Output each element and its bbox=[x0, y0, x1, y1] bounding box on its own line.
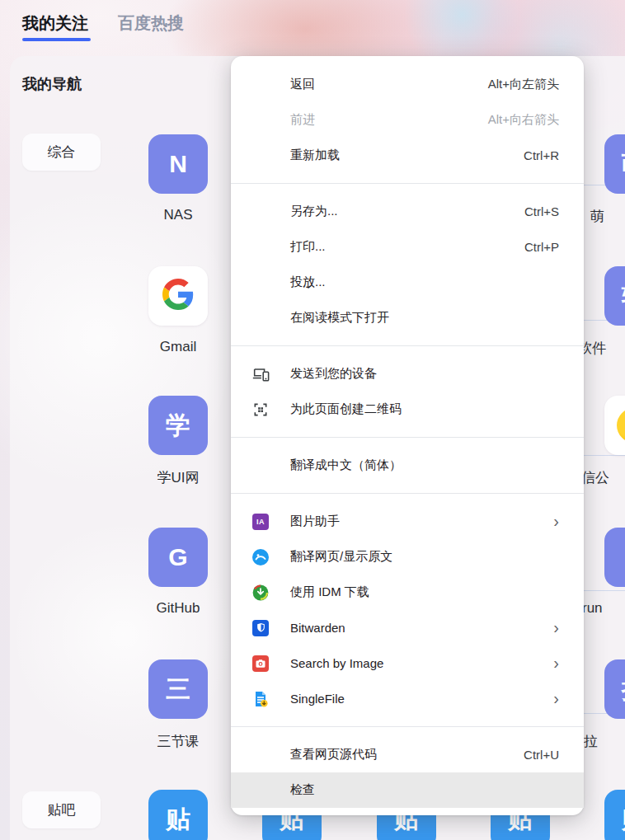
tab-baidu-hot-search[interactable]: 百度热搜 bbox=[118, 12, 184, 35]
menu-item-label: 为此页面创建二维码 bbox=[290, 401, 402, 417]
tile-gmail-label: Gmail bbox=[129, 339, 228, 355]
tile-glyph: G bbox=[168, 545, 187, 570]
tile-glyph: 三 bbox=[166, 677, 190, 702]
tile-run[interactable] bbox=[604, 528, 625, 587]
menu-item-back[interactable]: 返回Alt+向左箭头 bbox=[231, 67, 584, 102]
menu-shortcut: Ctrl+P bbox=[524, 240, 559, 254]
context-menu: 返回Alt+向左箭头前进Alt+向右箭头重新加载Ctrl+R另存为...Ctrl… bbox=[231, 56, 584, 815]
menu-shortcut: Ctrl+U bbox=[524, 748, 559, 762]
menu-shortcut: Ctrl+S bbox=[524, 204, 559, 218]
menu-item-translate-to-chinese[interactable]: 翻译成中文（简体） bbox=[231, 448, 584, 483]
menu-item-label: 投放... bbox=[290, 275, 326, 290]
menu-item-label: 查看网页源代码 bbox=[290, 747, 377, 763]
wechat-official-icon bbox=[617, 408, 625, 443]
menu-item-label: 另存为... bbox=[290, 204, 338, 219]
menu-item-view-page-source[interactable]: 查看网页源代码Ctrl+U bbox=[231, 737, 584, 772]
menu-item-search-by-image[interactable]: Search by Image› bbox=[231, 645, 584, 681]
singlefile-icon bbox=[251, 689, 270, 709]
menu-item-inspect[interactable]: 检查 bbox=[231, 772, 584, 808]
menu-item-open-in-reading-mode[interactable]: 在阅读模式下打开 bbox=[231, 300, 584, 336]
menu-item-label: 发送到您的设备 bbox=[290, 366, 377, 382]
menu-item-image-assistant[interactable]: IA图片助手› bbox=[231, 504, 584, 539]
menu-item-singlefile[interactable]: SingleFile› bbox=[231, 681, 584, 716]
tile-xueui[interactable]: 学 bbox=[148, 396, 208, 455]
menu-item-print[interactable]: 打印...Ctrl+P bbox=[231, 229, 584, 265]
tile-sanjieke[interactable]: 三 bbox=[148, 659, 208, 719]
menu-item-translate-page[interactable]: 翻译网页/显示原文 bbox=[231, 539, 584, 575]
tile-glyph: 贴 bbox=[166, 807, 190, 832]
tile-la[interactable]: 拉 bbox=[604, 659, 625, 719]
tile-glyph: 软 bbox=[622, 284, 625, 308]
category-tieba[interactable]: 贴吧 bbox=[22, 791, 101, 828]
menu-item-label: 返回 bbox=[290, 77, 315, 92]
menu-item-label: 前进 bbox=[290, 112, 315, 128]
submenu-arrow-icon: › bbox=[553, 690, 559, 706]
menu-item-label: 重新加载 bbox=[290, 148, 340, 163]
menu-item-send-to-your-devices[interactable]: 发送到您的设备 bbox=[231, 356, 584, 392]
menu-item-label: 在阅读模式下打开 bbox=[290, 310, 389, 326]
icon-spacer bbox=[251, 75, 270, 95]
icon-spacer bbox=[251, 110, 270, 130]
menu-item-save-as[interactable]: 另存为...Ctrl+S bbox=[231, 194, 584, 229]
menu-item-idm-download[interactable]: 使用 IDM 下载 bbox=[231, 575, 584, 610]
icon-spacer bbox=[251, 781, 270, 800]
background-divider bbox=[577, 590, 625, 591]
translate-icon bbox=[251, 547, 270, 567]
menu-separator bbox=[231, 726, 584, 727]
menu-item-label: Bitwarden bbox=[290, 621, 345, 635]
menu-item-label: 翻译网页/显示原文 bbox=[290, 549, 392, 565]
tile-glyph: 学 bbox=[166, 413, 190, 438]
qrcode-icon bbox=[251, 400, 270, 420]
icon-spacer bbox=[251, 456, 270, 476]
menu-shortcut: Alt+向左箭头 bbox=[488, 77, 559, 92]
menu-shortcut: Alt+向右箭头 bbox=[488, 112, 559, 128]
tile-glyph: N bbox=[169, 152, 187, 176]
menu-separator bbox=[231, 183, 584, 184]
tile-wechat-official[interactable] bbox=[604, 396, 625, 455]
menu-item-reload[interactable]: 重新加载Ctrl+R bbox=[231, 138, 584, 173]
tile-tieba-5[interactable]: 贴 bbox=[604, 790, 625, 840]
devices-icon bbox=[251, 364, 270, 384]
tile-meng-label: 萌 bbox=[590, 207, 604, 226]
tile-la-label: 拉 bbox=[584, 732, 598, 751]
tile-gmail[interactable] bbox=[148, 266, 208, 326]
tab-my-follows[interactable]: 我的关注 bbox=[22, 12, 88, 35]
menu-separator bbox=[231, 493, 584, 494]
menu-item-label: 打印... bbox=[290, 239, 326, 255]
bitwarden-icon bbox=[251, 618, 270, 638]
tile-glyph: 拉 bbox=[622, 677, 625, 702]
menu-separator bbox=[231, 437, 584, 438]
tile-software[interactable]: 软 bbox=[604, 266, 625, 326]
image-assistant-icon: IA bbox=[251, 512, 270, 532]
tile-meng[interactable]: 萌 bbox=[604, 134, 625, 194]
menu-separator bbox=[231, 345, 584, 346]
tile-nas[interactable]: N bbox=[148, 134, 208, 194]
menu-item-label: 翻译成中文（简体） bbox=[290, 458, 402, 473]
tile-xueui-label: 学UI网 bbox=[129, 468, 228, 487]
tile-glyph: 贴 bbox=[622, 807, 625, 832]
icon-spacer bbox=[251, 745, 270, 765]
icon-spacer bbox=[251, 202, 270, 222]
tile-github-label: GitHub bbox=[129, 600, 228, 617]
idm-icon bbox=[251, 583, 270, 603]
active-tab-underline bbox=[22, 38, 91, 41]
icon-spacer bbox=[251, 146, 270, 166]
menu-item-label: 使用 IDM 下载 bbox=[290, 584, 369, 600]
tile-sanjieke-label: 三节课 bbox=[129, 732, 228, 751]
menu-item-bitwarden[interactable]: Bitwarden› bbox=[231, 610, 584, 645]
menu-item-cast[interactable]: 投放... bbox=[231, 265, 584, 300]
menu-item-label: 图片助手 bbox=[290, 514, 340, 529]
tile-tieba-1[interactable]: 贴 bbox=[148, 790, 208, 840]
tile-run-label: run bbox=[582, 600, 603, 617]
menu-shortcut: Ctrl+R bbox=[524, 148, 559, 162]
menu-item-create-qr-code[interactable]: 为此页面创建二维码 bbox=[231, 392, 584, 427]
icon-spacer bbox=[251, 273, 270, 293]
tile-github[interactable]: G bbox=[148, 528, 208, 587]
nav-section-title: 我的导航 bbox=[22, 74, 82, 94]
menu-item-forward[interactable]: 前进Alt+向右箭头 bbox=[231, 102, 584, 138]
icon-spacer bbox=[251, 308, 270, 328]
submenu-arrow-icon: › bbox=[553, 655, 559, 671]
menu-item-label: 检查 bbox=[290, 782, 315, 798]
category-general[interactable]: 综合 bbox=[22, 134, 101, 171]
camera-icon bbox=[251, 654, 270, 673]
